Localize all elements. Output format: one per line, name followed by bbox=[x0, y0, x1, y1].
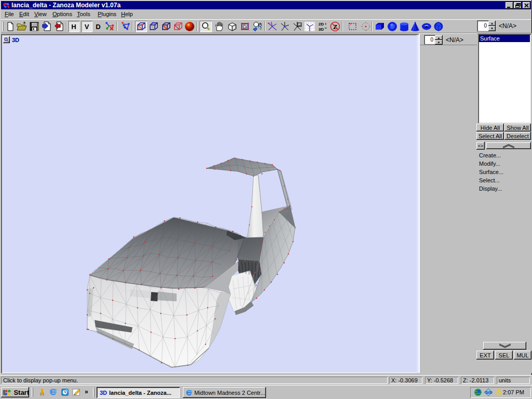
svg-text:2D: 2D bbox=[318, 22, 324, 26]
svg-text:SiS: SiS bbox=[485, 390, 493, 395]
svg-text:3D: 3D bbox=[100, 390, 107, 396]
svg-text:3D: 3D bbox=[318, 27, 324, 32]
